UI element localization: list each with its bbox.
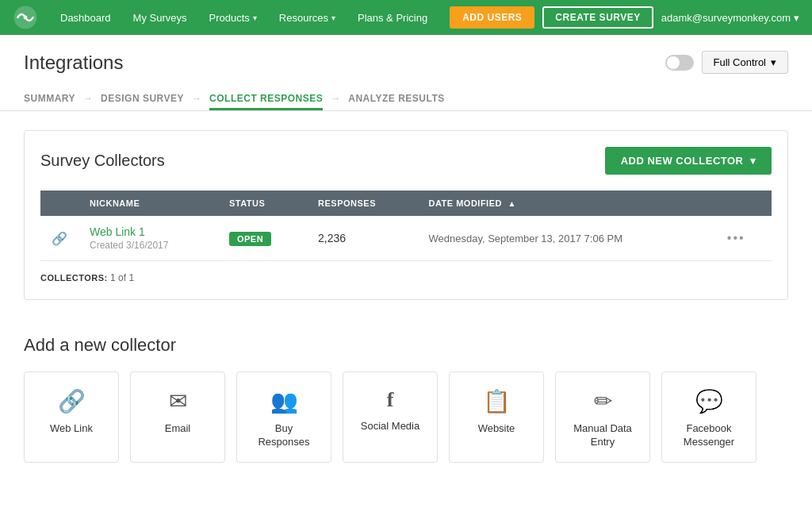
sort-arrow-icon: ▲ — [508, 199, 516, 208]
tab-arrow-3: → — [331, 93, 340, 104]
navbar-actions: ADD USERS CREATE SURVEY adamk@surveymonk… — [450, 6, 799, 29]
web-link-icon: 🔗 — [37, 388, 105, 414]
svg-point-1 — [24, 16, 28, 20]
nav-links: Dashboard My Surveys Products▾ Resources… — [51, 0, 450, 35]
nav-resources[interactable]: Resources▾ — [270, 0, 345, 35]
email-label: Email — [144, 422, 212, 436]
survey-tabs: SUMMARY → DESIGN SURVEY → COLLECT RESPON… — [0, 74, 812, 111]
collector-created-date: Created 3/16/2017 — [90, 240, 207, 251]
add-new-collector-button[interactable]: ADD NEW COLLECTOR ▾ — [605, 147, 772, 175]
table-row: 🔗 Web Link 1 Created 3/16/2017 OPEN 2,23… — [40, 216, 772, 261]
nav-products[interactable]: Products▾ — [200, 0, 266, 35]
collector-actions-cell[interactable]: ••• — [716, 216, 772, 261]
social-media-icon: f — [356, 388, 424, 412]
tab-arrow-2: → — [192, 93, 201, 104]
col-date-modified[interactable]: DATE MODIFIED ▲ — [417, 190, 715, 216]
social-media-label: Social Media — [356, 420, 424, 433]
add-users-button[interactable]: ADD USERS — [450, 6, 534, 29]
collectors-count-value: 1 of 1 — [110, 272, 134, 283]
col-checkbox — [40, 190, 79, 216]
collector-name-cell: Web Link 1 Created 3/16/2017 — [79, 216, 218, 261]
manual-data-entry-label: Manual Data Entry — [569, 422, 637, 449]
collector-date-cell: Wednesday, September 13, 2017 7:06 PM — [417, 216, 715, 261]
user-email: adamk@surveymonkey.com — [661, 12, 791, 24]
collectors-count-label: COLLECTORS: — [40, 273, 108, 283]
buy-responses-icon: 👥 — [250, 388, 318, 414]
collectors-title: Survey Collectors — [40, 152, 165, 170]
col-nickname: NICKNAME — [79, 190, 218, 216]
tab-collect-responses[interactable]: COLLECT RESPONSES — [209, 87, 323, 110]
nav-plans-pricing[interactable]: Plans & Pricing — [348, 0, 437, 35]
website-label: Website — [462, 422, 530, 436]
tab-analyze-results[interactable]: ANALYZE RESULTS — [348, 87, 445, 110]
main-content: Integrations Full Control ▾ SUMMARY → DE… — [0, 35, 812, 508]
collector-card-email[interactable]: ✉ Email — [130, 371, 225, 463]
collectors-header: Survey Collectors ADD NEW COLLECTOR ▾ — [40, 147, 772, 175]
logo[interactable] — [13, 5, 38, 30]
toggle-button[interactable] — [665, 55, 694, 71]
status-badge: OPEN — [229, 232, 271, 246]
facebook-messenger-icon: 💬 — [675, 388, 743, 414]
products-caret-icon: ▾ — [253, 13, 257, 22]
collector-responses-cell: 2,236 — [307, 216, 417, 261]
nav-dashboard[interactable]: Dashboard — [51, 0, 121, 35]
add-collector-label: ADD NEW COLLECTOR — [621, 155, 744, 167]
new-collector-section: Add a new collector 🔗 Web Link ✉ Email 👥… — [0, 335, 812, 482]
tab-design-survey[interactable]: DESIGN SURVEY — [101, 87, 184, 110]
collector-card-facebook-messenger[interactable]: 💬 Facebook Messenger — [661, 371, 756, 463]
full-control-button[interactable]: Full Control ▾ — [702, 51, 788, 74]
new-collector-title: Add a new collector — [24, 335, 788, 356]
full-control-caret-icon: ▾ — [771, 56, 776, 68]
user-menu[interactable]: adamk@surveymonkey.com ▾ — [661, 12, 799, 24]
resources-caret-icon: ▾ — [331, 13, 335, 22]
nav-my-surveys[interactable]: My Surveys — [124, 0, 197, 35]
add-collector-caret-icon: ▾ — [750, 155, 756, 167]
collector-card-website[interactable]: 📋 Website — [449, 371, 544, 463]
user-caret-icon: ▾ — [794, 12, 799, 24]
tab-summary[interactable]: SUMMARY — [24, 87, 75, 110]
collector-status-cell: OPEN — [218, 216, 307, 261]
collectors-section: Survey Collectors ADD NEW COLLECTOR ▾ NI… — [24, 130, 788, 300]
email-icon: ✉ — [144, 388, 212, 414]
tab-arrow-1: → — [83, 93, 93, 104]
page-title: Integrations — [24, 52, 123, 74]
collector-cards: 🔗 Web Link ✉ Email 👥 Buy Responses f Soc… — [24, 371, 788, 463]
buy-responses-label: Buy Responses — [250, 422, 318, 449]
manual-data-entry-icon: ✏ — [569, 388, 637, 414]
col-responses: RESPONSES — [307, 190, 417, 216]
collectors-table: NICKNAME STATUS RESPONSES DATE MODIFIED … — [40, 190, 772, 261]
web-link-label: Web Link — [37, 422, 105, 436]
more-actions-button[interactable]: ••• — [727, 231, 745, 244]
content-area: Survey Collectors ADD NEW COLLECTOR ▾ NI… — [0, 111, 812, 335]
collector-card-buy-responses[interactable]: 👥 Buy Responses — [236, 371, 331, 463]
collector-link-icon: 🔗 — [52, 232, 67, 245]
collector-name-link[interactable]: Web Link 1 — [90, 225, 145, 238]
page-header-actions: Full Control ▾ — [665, 51, 788, 74]
row-checkbox-cell: 🔗 — [40, 216, 79, 261]
collector-card-manual-data-entry[interactable]: ✏ Manual Data Entry — [555, 371, 650, 463]
col-actions — [716, 190, 772, 216]
col-status: STATUS — [218, 190, 307, 216]
page-header: Integrations Full Control ▾ — [0, 35, 812, 74]
website-icon: 📋 — [462, 388, 530, 414]
create-survey-button[interactable]: CREATE SURVEY — [542, 6, 653, 29]
collector-card-web-link[interactable]: 🔗 Web Link — [24, 371, 119, 463]
collectors-count: COLLECTORS: 1 of 1 — [40, 272, 772, 283]
collector-card-social-media[interactable]: f Social Media — [343, 371, 438, 463]
navbar: Dashboard My Surveys Products▾ Resources… — [0, 0, 812, 35]
facebook-messenger-label: Facebook Messenger — [675, 422, 743, 449]
full-control-label: Full Control — [714, 56, 766, 68]
